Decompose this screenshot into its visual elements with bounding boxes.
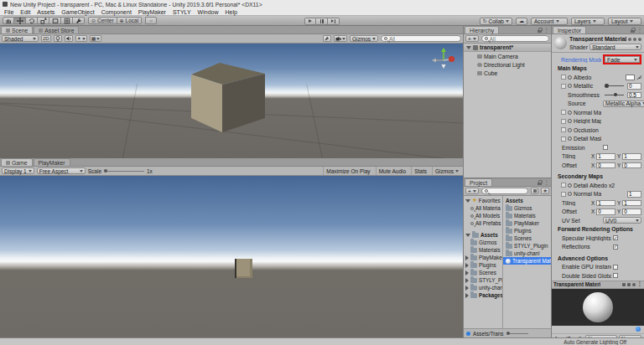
list-item-gizmos[interactable]: Gizmos bbox=[503, 204, 551, 212]
rect-tool-button[interactable] bbox=[49, 17, 61, 24]
maximize-on-play-button[interactable]: Maximize On Play bbox=[323, 167, 372, 175]
texture-slot[interactable] bbox=[561, 110, 566, 115]
display-dropdown[interactable]: Display 1 bbox=[2, 167, 34, 174]
list-item-unity-chan[interactable]: unity-chan! bbox=[503, 250, 551, 257]
preview-lighting-icon[interactable] bbox=[627, 283, 631, 286]
hierarchy-create-dropdown[interactable]: + bbox=[465, 35, 479, 42]
scene-effects-dropdown[interactable]: ✦ bbox=[75, 35, 87, 42]
menu-icon[interactable]: ⋮ bbox=[544, 28, 550, 33]
scene-header-row[interactable]: transparent* bbox=[464, 44, 551, 52]
asset-zoom-slider[interactable] bbox=[506, 333, 528, 334]
move-tool-button[interactable] bbox=[14, 17, 26, 24]
foldout-open-icon[interactable] bbox=[465, 234, 470, 237]
foldout-closed-icon[interactable] bbox=[465, 293, 469, 298]
scene-lighting-button[interactable] bbox=[54, 35, 62, 42]
preview-menu-icon[interactable]: ⋮ bbox=[637, 281, 643, 287]
uv-set-dropdown[interactable]: UV0 bbox=[603, 217, 641, 224]
account-dropdown[interactable]: Account bbox=[531, 18, 568, 25]
list-item-styly-plugin[interactable]: STYLY_Plugin bbox=[503, 242, 551, 250]
target-icon[interactable] bbox=[568, 119, 572, 123]
gear-icon[interactable] bbox=[638, 38, 641, 41]
auto-generate-lighting-status[interactable]: Auto Generate Lighting Off bbox=[564, 339, 626, 345]
list-item-materials[interactable]: Materials bbox=[503, 212, 551, 219]
game-viewport[interactable] bbox=[0, 176, 463, 337]
mute-audio-button[interactable]: Mute Audio bbox=[376, 167, 409, 175]
scene-search[interactable] bbox=[381, 35, 461, 42]
metallic-value-field[interactable] bbox=[627, 83, 641, 90]
preview-shape-icon[interactable] bbox=[632, 283, 636, 286]
hierarchy-search[interactable] bbox=[481, 35, 549, 42]
tab-project[interactable]: Project bbox=[465, 178, 492, 186]
draw-mode-dropdown[interactable]: Shaded bbox=[2, 35, 39, 42]
help-icon[interactable] bbox=[628, 38, 631, 41]
foldout-open-icon[interactable] bbox=[466, 46, 471, 49]
scene-grid-dropdown[interactable]: ▦ bbox=[90, 35, 102, 42]
foldout-closed-icon[interactable] bbox=[465, 278, 469, 283]
grid-snap-button[interactable]: # bbox=[145, 17, 157, 24]
list-item-scenes[interactable]: Scenes bbox=[503, 234, 551, 242]
secondary-offset-y-field[interactable] bbox=[622, 209, 641, 215]
transform-tool-button[interactable] bbox=[61, 17, 73, 24]
offset-x-field[interactable] bbox=[596, 162, 615, 169]
secondary-tiling-y-field[interactable] bbox=[622, 200, 641, 207]
menu-help[interactable]: Help bbox=[226, 9, 237, 15]
tab-playmaker[interactable]: PlayMaker bbox=[34, 158, 70, 166]
material-thumbnail[interactable] bbox=[554, 37, 567, 49]
step-button[interactable] bbox=[328, 18, 340, 25]
favorites-root[interactable]: ★ Favorites bbox=[464, 197, 502, 204]
texture-slot[interactable] bbox=[561, 183, 566, 188]
scene-viewport[interactable] bbox=[0, 44, 463, 158]
tab-asset-store[interactable]: Asset Store bbox=[34, 26, 79, 33]
tab-inspector[interactable]: Inspector bbox=[553, 26, 586, 33]
layout-dropdown[interactable]: Layout bbox=[608, 18, 641, 25]
menu-icon[interactable]: ⋮ bbox=[544, 180, 550, 186]
favorite-all-materials[interactable]: All Materia bbox=[464, 204, 502, 212]
foldout-closed-icon[interactable] bbox=[465, 286, 469, 291]
hierarchy-item-directional-light[interactable]: Directional Light bbox=[464, 60, 551, 69]
smoothness-value-field[interactable] bbox=[627, 92, 641, 99]
preview-header[interactable]: Transparent Materi ⋮ bbox=[552, 281, 644, 289]
secondary-tiling-x-field[interactable] bbox=[596, 200, 615, 207]
hierarchy-item-cube[interactable]: Cube bbox=[464, 69, 551, 77]
notification-badge[interactable] bbox=[636, 327, 641, 332]
list-item-transparent-material[interactable]: Transparent Material bbox=[503, 257, 551, 265]
menu-styly[interactable]: STYLY bbox=[173, 9, 191, 15]
emission-checkbox[interactable] bbox=[603, 145, 608, 150]
tree-folder-unity-chan[interactable]: unity-chan bbox=[464, 284, 502, 291]
lock-icon[interactable] bbox=[631, 28, 635, 33]
project-search[interactable] bbox=[481, 188, 528, 194]
cloud-button[interactable]: ☁ bbox=[516, 18, 527, 25]
metallic-slider[interactable] bbox=[605, 85, 624, 86]
smoothness-slider[interactable] bbox=[605, 95, 624, 95]
tiling-x-field[interactable] bbox=[596, 153, 615, 160]
texture-slot[interactable] bbox=[561, 119, 566, 124]
search-by-type-button[interactable] bbox=[531, 188, 538, 194]
assets-root[interactable]: Assets bbox=[464, 231, 502, 239]
menu-icon[interactable]: ⋮ bbox=[637, 28, 643, 33]
scene-camera-dropdown[interactable] bbox=[334, 35, 347, 42]
offset-y-field[interactable] bbox=[622, 162, 641, 169]
secondary-offset-x-field[interactable] bbox=[596, 209, 615, 215]
target-icon[interactable] bbox=[568, 75, 572, 80]
scene-gizmos-dropdown[interactable]: Gizmos bbox=[350, 35, 378, 42]
play-button[interactable] bbox=[304, 18, 316, 25]
double-sided-gi-checkbox[interactable] bbox=[613, 273, 618, 278]
rotate-tool-button[interactable] bbox=[26, 17, 38, 24]
tree-folder-plugins[interactable]: Plugins bbox=[464, 261, 502, 269]
menu-window[interactable]: Window bbox=[198, 9, 219, 15]
presets-icon[interactable] bbox=[633, 38, 636, 41]
tree-folder-materials[interactable]: Materials bbox=[464, 246, 502, 254]
scene-search-input[interactable] bbox=[389, 36, 458, 42]
asset-zoom-knob[interactable] bbox=[506, 332, 510, 335]
target-icon[interactable] bbox=[568, 136, 572, 141]
favorite-search-button[interactable]: ★ bbox=[541, 188, 549, 194]
reflections-checkbox[interactable]: ✓ bbox=[613, 245, 618, 250]
list-item-playmaker[interactable]: PlayMaker bbox=[503, 219, 551, 227]
menu-gameobject[interactable]: GameObject bbox=[61, 9, 94, 15]
tab-hierarchy[interactable]: Hierarchy bbox=[465, 26, 499, 33]
scene-tools-button[interactable] bbox=[323, 35, 331, 42]
menu-file[interactable]: File bbox=[4, 9, 13, 15]
favorite-all-prefabs[interactable]: All Prefabs bbox=[464, 219, 502, 227]
hierarchy-search-input[interactable] bbox=[490, 36, 546, 42]
slider-knob[interactable] bbox=[605, 84, 609, 88]
